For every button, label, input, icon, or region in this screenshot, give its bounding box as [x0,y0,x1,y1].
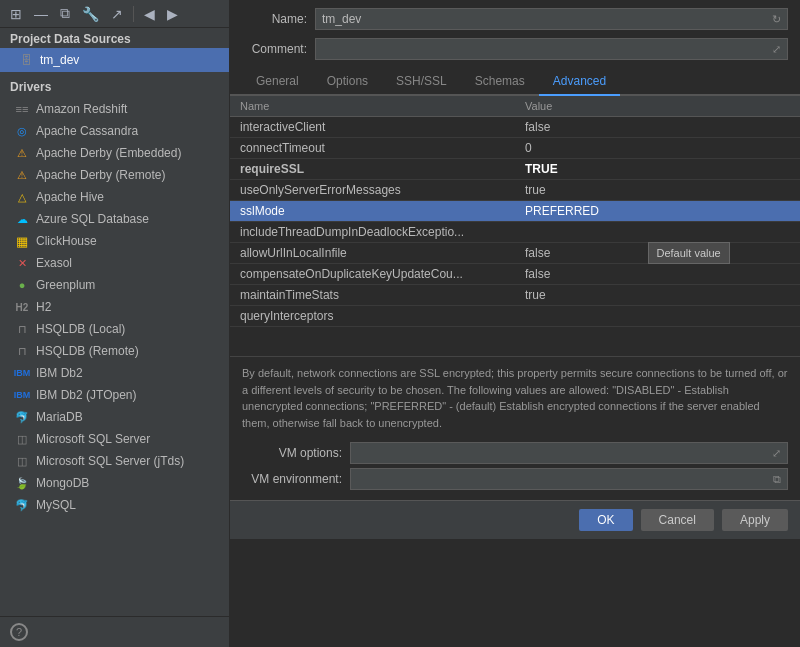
comment-label: Comment: [242,42,307,56]
toolbar: ⊞ — ⧉ 🔧 ↗ ◀ ▶ [0,0,229,28]
vm-options-input[interactable]: ⤢ [350,442,788,464]
driver-label: MongoDB [36,476,89,490]
remove-button[interactable]: — [30,4,52,24]
comment-input[interactable]: ⤢ [315,38,788,60]
tabs-bar: General Options SSH/SSL Schemas Advanced [230,68,800,96]
settings-button[interactable]: 🔧 [78,4,103,24]
col-header-name: Name [230,96,515,117]
driver-item-mariadb[interactable]: 🐬 MariaDB [0,406,229,428]
table-row[interactable]: maintainTimeStats true [230,285,800,306]
tab-sshssl[interactable]: SSH/SSL [382,68,461,96]
tab-advanced[interactable]: Advanced [539,68,620,96]
back-button[interactable]: ◀ [140,4,159,24]
prop-name: interactiveClient [230,117,515,138]
forward-button[interactable]: ▶ [163,4,182,24]
ok-button[interactable]: OK [579,509,632,531]
sync-icon: ↻ [772,13,781,26]
datasource-item-tmdev[interactable]: 🗄 tm_dev [0,48,229,72]
driver-label: Amazon Redshift [36,102,127,116]
driver-item-mssql-jtds[interactable]: ◫ Microsoft SQL Server (jTds) [0,450,229,472]
greenplum-icon: ● [14,277,30,293]
table-row[interactable]: queryInterceptors [230,306,800,327]
driver-label: ClickHouse [36,234,97,248]
cancel-button[interactable]: Cancel [641,509,714,531]
driver-item-apache-derby-remote[interactable]: ⚠ Apache Derby (Remote) [0,164,229,186]
datasource-name: tm_dev [40,53,79,67]
prop-name: queryInterceptors [230,306,515,327]
description-area: By default, network connections are SSL … [230,356,800,436]
driver-item-ibm-db2-jtopen[interactable]: IBM IBM Db2 (JTOpen) [0,384,229,406]
help-button[interactable]: ? [10,623,28,641]
table-row-selected[interactable]: sslMode PREFERRED [230,201,800,222]
driver-label: Exasol [36,256,72,270]
tab-options[interactable]: Options [313,68,382,96]
driver-item-amazon-redshift[interactable]: ≡≡ Amazon Redshift [0,98,229,120]
apache-derby-remote-icon: ⚠ [14,167,30,183]
vm-options-row: VM options: ⤢ [242,442,788,464]
hsqldb-local-icon: ⊓ [14,321,30,337]
driver-item-apache-hive[interactable]: △ Apache Hive [0,186,229,208]
prop-value: true [515,285,800,306]
apply-button[interactable]: Apply [722,509,788,531]
right-panel: Name: tm_dev ↻ Comment: ⤢ General Option… [230,0,800,647]
left-panel: ⊞ — ⧉ 🔧 ↗ ◀ ▶ Project Data Sources 🗄 tm_… [0,0,230,647]
driver-item-ibm-db2[interactable]: IBM IBM Db2 [0,362,229,384]
ibm-db2-icon: IBM [14,365,30,381]
driver-item-hsqldb-remote[interactable]: ⊓ HSQLDB (Remote) [0,340,229,362]
hsqldb-remote-icon: ⊓ [14,343,30,359]
driver-item-azure-sql[interactable]: ☁ Azure SQL Database [0,208,229,230]
properties-table-container: Name Value interactiveClient false conne… [230,96,800,356]
driver-label: HSQLDB (Remote) [36,344,139,358]
comment-row: Comment: ⤢ [230,34,800,68]
vm-options-label: VM options: [242,446,342,460]
name-row: Name: tm_dev ↻ [230,0,800,34]
driver-item-h2[interactable]: H2 H2 [0,296,229,318]
table-row[interactable]: connectTimeout 0 [230,138,800,159]
driver-item-greenplum[interactable]: ● Greenplum [0,274,229,296]
mysql-icon: 🐬 [14,497,30,513]
driver-item-apache-derby-embedded[interactable]: ⚠ Apache Derby (Embedded) [0,142,229,164]
prop-name: sslMode [230,201,515,222]
driver-item-mongodb[interactable]: 🍃 MongoDB [0,472,229,494]
prop-value tooltip-wrapper: Default value [515,222,800,243]
vm-environment-input[interactable]: ⧉ [350,468,788,490]
name-input[interactable]: tm_dev ↻ [315,8,788,30]
table-row[interactable]: includeThreadDumpInDeadlockExceptio... D… [230,222,800,243]
table-row[interactable]: compensateOnDuplicateKeyUpdateCou... fal… [230,264,800,285]
driver-label: Microsoft SQL Server [36,432,150,446]
tab-schemas[interactable]: Schemas [461,68,539,96]
driver-label: IBM Db2 [36,366,83,380]
driver-label: H2 [36,300,51,314]
driver-item-exasol[interactable]: ✕ Exasol [0,252,229,274]
prop-name: maintainTimeStats [230,285,515,306]
table-row[interactable]: useOnlyServerErrorMessages true [230,180,800,201]
table-row[interactable]: interactiveClient false [230,117,800,138]
apache-derby-embedded-icon: ⚠ [14,145,30,161]
vm-environment-row: VM environment: ⧉ [242,468,788,490]
export-button[interactable]: ↗ [107,4,127,24]
driver-item-apache-cassandra[interactable]: ◎ Apache Cassandra [0,120,229,142]
driver-item-mysql[interactable]: 🐬 MySQL [0,494,229,516]
driver-label: HSQLDB (Local) [36,322,125,336]
prop-name: compensateOnDuplicateKeyUpdateCou... [230,264,515,285]
apache-cassandra-icon: ◎ [14,123,30,139]
driver-label: Apache Hive [36,190,104,204]
driver-item-mssql[interactable]: ◫ Microsoft SQL Server [0,428,229,450]
driver-label: Greenplum [36,278,95,292]
vm-section: VM options: ⤢ VM environment: ⧉ [230,436,800,500]
prop-name: connectTimeout [230,138,515,159]
azure-sql-icon: ☁ [14,211,30,227]
driver-item-clickhouse[interactable]: ▦ ClickHouse [0,230,229,252]
bottom-bar: OK Cancel Apply [230,500,800,539]
mongodb-icon: 🍃 [14,475,30,491]
duplicate-button[interactable]: ⧉ [56,3,74,24]
driver-item-hsqldb-local[interactable]: ⊓ HSQLDB (Local) [0,318,229,340]
new-button[interactable]: ⊞ [6,4,26,24]
table-row[interactable]: requireSSL TRUE [230,159,800,180]
exasol-icon: ✕ [14,255,30,271]
mariadb-icon: 🐬 [14,409,30,425]
prop-value [515,306,800,327]
vm-environment-label: VM environment: [242,472,342,486]
tab-general[interactable]: General [242,68,313,96]
default-value-tooltip: Default value [648,242,730,264]
